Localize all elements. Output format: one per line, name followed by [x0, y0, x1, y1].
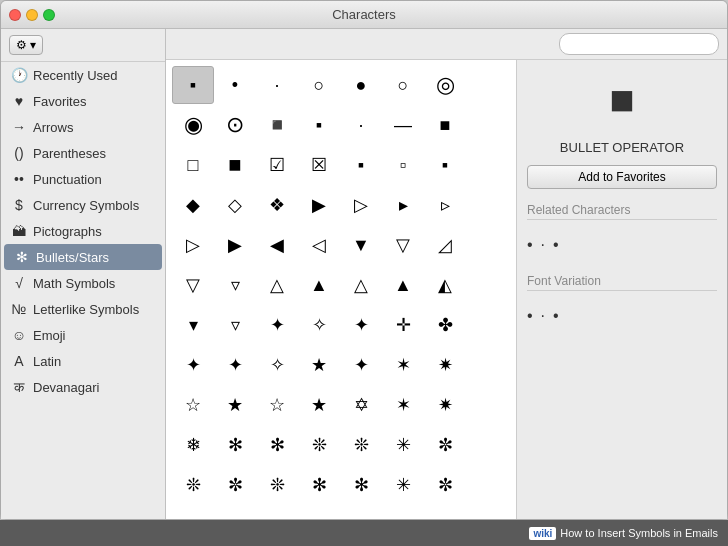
sidebar-item-emoji[interactable]: ☺ Emoji: [1, 322, 165, 348]
sidebar-item-favorites[interactable]: ♥ Favorites: [1, 88, 165, 114]
sidebar-item-currency[interactable]: $ Currency Symbols: [1, 192, 165, 218]
symbol-cell[interactable]: ✳: [382, 466, 424, 504]
add-favorites-button[interactable]: Add to Favorites: [527, 165, 717, 189]
sidebar-item-math[interactable]: √ Math Symbols: [1, 270, 165, 296]
related-char-2[interactable]: ·: [541, 236, 545, 254]
symbol-cell[interactable]: ▲: [382, 266, 424, 304]
sidebar-item-pictographs[interactable]: 🏔 Pictographs: [1, 218, 165, 244]
close-button[interactable]: [9, 9, 21, 21]
symbol-cell[interactable]: ▽: [172, 266, 214, 304]
symbol-cell[interactable]: △: [256, 266, 298, 304]
symbol-cell[interactable]: ★: [214, 386, 256, 424]
symbol-cell[interactable]: ☑: [256, 146, 298, 184]
symbol-cell[interactable]: ✧: [298, 306, 340, 344]
sidebar-item-devanagari[interactable]: क Devanagari: [1, 374, 165, 401]
symbol-cell[interactable]: ✡: [340, 386, 382, 424]
symbol-cell[interactable]: □: [172, 146, 214, 184]
symbol-cell[interactable]: ❊: [298, 426, 340, 464]
symbol-cell[interactable]: ✦: [340, 346, 382, 384]
sidebar-item-punctuation[interactable]: •• Punctuation: [1, 166, 165, 192]
symbol-cell[interactable]: ▪: [298, 106, 340, 144]
gear-button[interactable]: ⚙ ▾: [9, 35, 43, 55]
symbol-cell[interactable]: ◾: [256, 106, 298, 144]
symbol-cell[interactable]: ☆: [172, 386, 214, 424]
symbol-cell[interactable]: ✻: [298, 466, 340, 504]
symbol-cell[interactable]: ◇: [214, 186, 256, 224]
symbol-cell[interactable]: ❊: [340, 426, 382, 464]
symbol-cell[interactable]: ◿: [424, 226, 466, 264]
sidebar-item-recently-used[interactable]: 🕐 Recently Used: [1, 62, 165, 88]
symbol-cell[interactable]: ✤: [424, 306, 466, 344]
symbol-cell[interactable]: ▹: [424, 186, 466, 224]
symbol-cell[interactable]: ◆: [172, 186, 214, 224]
symbol-cell[interactable]: ✦: [172, 346, 214, 384]
symbol-cell[interactable]: ❖: [256, 186, 298, 224]
symbol-cell[interactable]: ◀: [256, 226, 298, 264]
related-char-1[interactable]: •: [527, 236, 533, 254]
symbol-cell[interactable]: ✛: [382, 306, 424, 344]
font-var-1[interactable]: •: [527, 307, 533, 325]
symbol-cell[interactable]: ▿: [214, 306, 256, 344]
symbol-cell[interactable]: ❊: [256, 466, 298, 504]
symbol-cell[interactable]: ◁: [298, 226, 340, 264]
symbol-cell[interactable]: ○: [298, 66, 340, 104]
symbol-cell[interactable]: ☆: [256, 386, 298, 424]
symbol-cell[interactable]: ▲: [298, 266, 340, 304]
symbol-cell[interactable]: ▿: [214, 266, 256, 304]
symbol-cell[interactable]: ▽: [382, 226, 424, 264]
sidebar-item-arrows[interactable]: → Arrows: [1, 114, 165, 140]
symbol-cell[interactable]: ✶: [382, 346, 424, 384]
symbol-cell[interactable]: ▾: [172, 306, 214, 344]
symbol-cell[interactable]: ⊙: [214, 106, 256, 144]
symbol-cell[interactable]: ◎: [424, 66, 466, 104]
font-var-3[interactable]: •: [553, 307, 559, 325]
search-input[interactable]: [559, 33, 719, 55]
symbol-cell[interactable]: ▪: [172, 66, 214, 104]
symbol-cell[interactable]: ▪: [424, 146, 466, 184]
symbol-cell[interactable]: •: [214, 66, 256, 104]
symbol-cell[interactable]: ◉: [172, 106, 214, 144]
symbol-cell[interactable]: ■: [214, 146, 256, 184]
symbol-cell[interactable]: ○: [382, 66, 424, 104]
symbol-cell[interactable]: ✼: [424, 426, 466, 464]
symbol-cell[interactable]: ✷: [424, 346, 466, 384]
symbol-cell[interactable]: ▷: [340, 186, 382, 224]
symbol-cell[interactable]: ★: [298, 386, 340, 424]
symbol-cell[interactable]: ✦: [256, 306, 298, 344]
symbol-cell[interactable]: ✧: [256, 346, 298, 384]
symbol-cell[interactable]: ✦: [214, 346, 256, 384]
related-char-3[interactable]: •: [553, 236, 559, 254]
symbol-cell[interactable]: △: [340, 266, 382, 304]
symbol-cell[interactable]: ❊: [172, 466, 214, 504]
symbol-cell[interactable]: ❄: [172, 426, 214, 464]
symbol-cell[interactable]: ◭: [424, 266, 466, 304]
symbol-cell[interactable]: ·: [340, 106, 382, 144]
symbol-cell[interactable]: ▷: [172, 226, 214, 264]
symbol-cell[interactable]: ✻: [340, 466, 382, 504]
symbol-cell[interactable]: ✷: [424, 386, 466, 424]
symbol-cell[interactable]: ✶: [382, 386, 424, 424]
sidebar-item-parentheses[interactable]: () Parentheses: [1, 140, 165, 166]
symbol-cell[interactable]: ■: [424, 106, 466, 144]
minimize-button[interactable]: [26, 9, 38, 21]
symbol-cell[interactable]: ★: [298, 346, 340, 384]
sidebar-item-letterlike[interactable]: № Letterlike Symbols: [1, 296, 165, 322]
symbol-cell[interactable]: —: [382, 106, 424, 144]
symbol-cell[interactable]: ✼: [424, 466, 466, 504]
symbol-cell[interactable]: ☒: [298, 146, 340, 184]
symbol-cell[interactable]: ▼: [340, 226, 382, 264]
symbol-cell[interactable]: ✻: [256, 426, 298, 464]
symbol-cell[interactable]: ✦: [340, 306, 382, 344]
symbol-cell[interactable]: ✻: [214, 426, 256, 464]
symbol-cell[interactable]: ✳: [382, 426, 424, 464]
symbol-cell[interactable]: ✼: [214, 466, 256, 504]
symbol-cell[interactable]: ▶: [298, 186, 340, 224]
symbol-cell[interactable]: ▸: [382, 186, 424, 224]
sidebar-item-bullets[interactable]: ✻ Bullets/Stars: [4, 244, 162, 270]
symbol-cell[interactable]: ▫: [382, 146, 424, 184]
symbol-cell[interactable]: ▶: [214, 226, 256, 264]
sidebar-item-latin[interactable]: A Latin: [1, 348, 165, 374]
symbol-cell[interactable]: ·: [256, 66, 298, 104]
symbol-cell[interactable]: ▪: [340, 146, 382, 184]
maximize-button[interactable]: [43, 9, 55, 21]
